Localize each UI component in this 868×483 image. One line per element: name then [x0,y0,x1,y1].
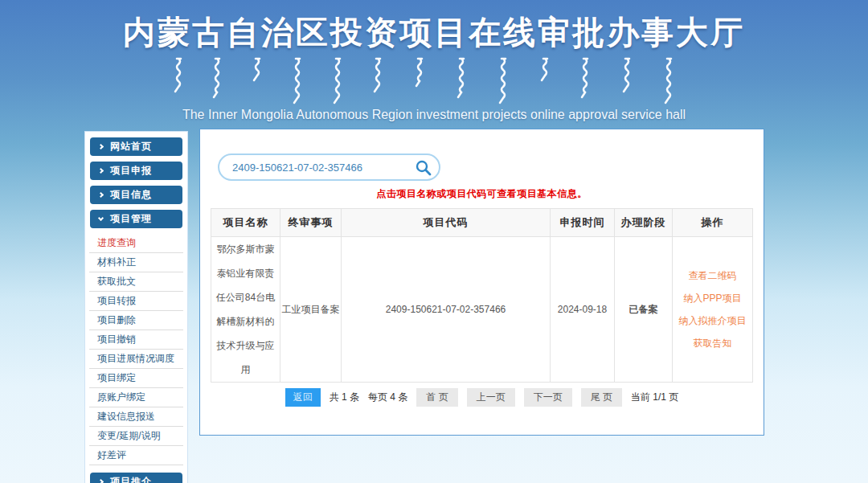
sidebar-subitem-project-revoke[interactable]: 项目撤销 [89,330,183,350]
mongolian-script-decoration [0,56,868,106]
sidebar-item-project-info[interactable]: 项目信息 [90,186,182,204]
status-badge: 已备案 [615,237,673,383]
cell-actions: 查看二维码 纳入PPP项目 纳入拟推介项目 获取告知 [673,237,753,383]
sidebar: 网站首页 项目申报 项目信息 项目管理 进度查询 材料补正 获取批文 项目转报 … [84,131,188,483]
page-background: 内蒙古自治区投资项目在线审批办事大厅 The Inner Mongolia Au… [0,0,868,483]
table-header-row: 项目名称 终审事项 项目代码 申报时间 办理阶段 操作 [211,209,753,237]
per-page-count: 每页 4 条 [368,391,407,404]
sidebar-item-label: 项目信息 [110,188,152,202]
search-input[interactable] [218,153,440,181]
col-header-final-matter: 终审事项 [280,209,342,237]
prev-page-button[interactable]: 上一页 [467,388,515,407]
site-title-en: The Inner Mongolia Autonomous Region inv… [0,108,868,122]
sidebar-item-project-promotion[interactable]: 项目推介 [90,473,182,483]
sidebar-subitem-rating[interactable]: 好差评 [89,446,183,465]
results-table: 项目名称 终审事项 项目代码 申报时间 办理阶段 操作 鄂尔多斯市蒙泰铝业有限责… [211,208,753,383]
sidebar-subitem-original-account-bind[interactable]: 原账户绑定 [89,388,183,407]
sidebar-item-label: 网站首页 [110,140,152,153]
cell-declare-date: 2024-09-18 [551,237,615,383]
action-get-notice[interactable]: 获取告知 [673,332,752,354]
total-count: 共 1 条 [330,391,359,404]
sidebar-subitem-change-delay-explain[interactable]: 变更/延期/说明 [89,427,183,446]
col-header-project-code: 项目代码 [342,209,551,237]
chevron-down-icon [98,215,104,221]
sidebar-subitem-project-delete[interactable]: 项目删除 [89,311,183,330]
sidebar-subitem-progress-query[interactable]: 进度查询 [89,234,183,253]
sidebar-item-label: 项目推介 [110,475,152,483]
sidebar-subitem-project-transfer[interactable]: 项目转报 [89,292,183,311]
site-title-cn: 内蒙古自治区投资项目在线审批办事大厅 [0,10,868,55]
col-header-actions: 操作 [673,209,753,237]
last-page-button[interactable]: 尾 页 [581,388,622,407]
chevron-right-icon [98,168,104,174]
current-page-indicator: 当前 1/1 页 [631,391,678,404]
cell-final-matter: 工业项目备案 [280,237,342,383]
hint-text: 点击项目名称或项目代码可查看项目基本信息。 [200,187,764,201]
main-panel: 点击项目名称或项目代码可查看项目基本信息。 项目名称 终审事项 项目代码 申报时… [199,129,764,436]
search-icon[interactable] [415,159,432,177]
chevron-right-icon [98,144,104,149]
col-header-stage: 办理阶段 [615,209,673,237]
search-bar [218,153,440,181]
sidebar-item-project-manage[interactable]: 项目管理 [90,210,182,228]
sidebar-item-home[interactable]: 网站首页 [90,137,182,156]
first-page-button[interactable]: 首 页 [416,388,457,407]
sidebar-item-label: 项目管理 [110,212,152,226]
col-header-declare-date: 申报时间 [551,209,615,237]
sidebar-subitem-get-approval[interactable]: 获取批文 [89,272,183,292]
sidebar-subitem-progress-dispatch[interactable]: 项目进展情况调度 [89,350,183,369]
col-header-project-name: 项目名称 [211,209,280,237]
sidebar-subitem-material-correction[interactable]: 材料补正 [89,253,183,272]
chevron-right-icon [98,479,104,483]
table-row: 鄂尔多斯市蒙泰铝业有限责任公司84台电解槽新材料的技术升级与应用 工业项目备案 … [211,237,753,383]
sidebar-subitem-construction-report[interactable]: 建设信息报送 [89,407,183,427]
pagination: 返回 共 1 条 每页 4 条 首 页 上一页 下一页 尾 页 当前 1/1 页 [200,388,764,407]
cell-project-code[interactable]: 2409-150621-07-02-357466 [342,237,551,383]
sidebar-item-label: 项目申报 [110,164,152,178]
sidebar-subitem-project-bind[interactable]: 项目绑定 [89,369,183,388]
back-button[interactable]: 返回 [285,388,321,407]
sidebar-item-project-declare[interactable]: 项目申报 [90,162,182,180]
action-view-qrcode[interactable]: 查看二维码 [673,264,752,287]
sidebar-submenu: 进度查询 材料补正 获取批文 项目转报 项目删除 项目撤销 项目进展情况调度 项… [89,234,183,465]
cell-project-name[interactable]: 鄂尔多斯市蒙泰铝业有限责任公司84台电解槽新材料的技术升级与应用 [211,237,280,383]
chevron-right-icon [98,192,104,198]
site-header: 内蒙古自治区投资项目在线审批办事大厅 The Inner Mongolia Au… [0,0,868,121]
next-page-button[interactable]: 下一页 [524,388,572,407]
action-include-promotion[interactable]: 纳入拟推介项目 [673,309,752,332]
action-include-ppp[interactable]: 纳入PPP项目 [673,287,752,309]
